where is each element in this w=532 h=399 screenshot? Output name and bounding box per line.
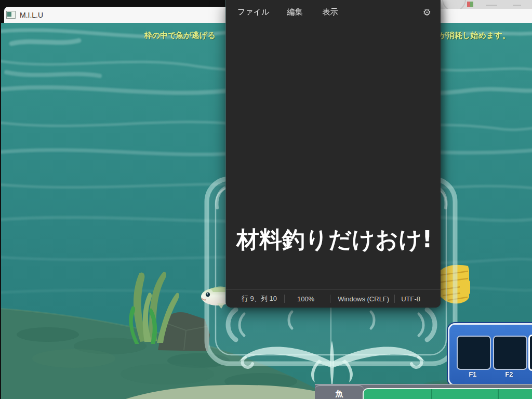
menu-view[interactable]: 表示	[322, 7, 338, 17]
inventory-bar	[363, 388, 532, 399]
hotkey-label-f1: F1	[457, 370, 489, 378]
inventory-bar-separator	[431, 389, 432, 399]
game-message-left: 枠の中で魚が逃げる	[144, 31, 216, 41]
game-message-right: が消耗し始めます。	[439, 31, 510, 41]
status-separator	[394, 295, 395, 303]
notepad-menubar: ファイル 編集 表示 ⚙	[226, 0, 441, 24]
tab-text-fragment	[513, 5, 521, 6]
app-icon-fill	[7, 12, 11, 17]
hotkey-slot-f1[interactable]	[457, 336, 491, 370]
notepad-statusbar: 行 9、列 10 100% Windows (CRLF) UTF-8	[226, 289, 441, 308]
background-window-fragment[interactable]	[440, 0, 532, 9]
inventory-bar-separator	[498, 389, 499, 399]
hotkey-panel: F1 F2	[448, 323, 532, 386]
favicon-right	[470, 2, 473, 7]
status-cursor-position: 行 9、列 10	[242, 294, 277, 303]
status-line-ending: Windows (CRLF)	[338, 295, 389, 303]
notepad-window[interactable]: ファイル 編集 表示 ⚙ 材料釣りだけおけ! 行 9、列 10 100% Win…	[225, 0, 441, 308]
menu-edit[interactable]: 編集	[287, 7, 302, 17]
hotkey-label-f2: F2	[493, 370, 525, 378]
menu-file[interactable]: ファイル	[237, 7, 269, 17]
hotkey-slot-f3-selected[interactable]	[528, 335, 532, 371]
app-icon	[6, 11, 16, 19]
hotkey-slot-f2[interactable]	[493, 336, 527, 370]
status-separator	[284, 295, 285, 303]
circle-logo-icon	[442, 0, 466, 9]
notepad-text: 材料釣りだけおけ!	[236, 224, 432, 255]
notepad-text-area[interactable]: 材料釣りだけおけ!	[226, 24, 441, 290]
status-zoom: 100%	[297, 295, 314, 303]
desktop: { "window": { "title": "M.I.L.U" }, "gam…	[0, 0, 532, 399]
tab-text-fragment	[486, 5, 497, 6]
fish-tab-label: 魚	[336, 389, 343, 398]
status-separator	[330, 295, 330, 303]
status-encoding: UTF-8	[401, 295, 420, 303]
favicon-icon	[467, 2, 473, 7]
fish-tab[interactable]: 魚	[315, 385, 364, 399]
settings-gear-icon[interactable]: ⚙	[423, 7, 431, 18]
window-title: M.I.L.U	[20, 11, 43, 19]
